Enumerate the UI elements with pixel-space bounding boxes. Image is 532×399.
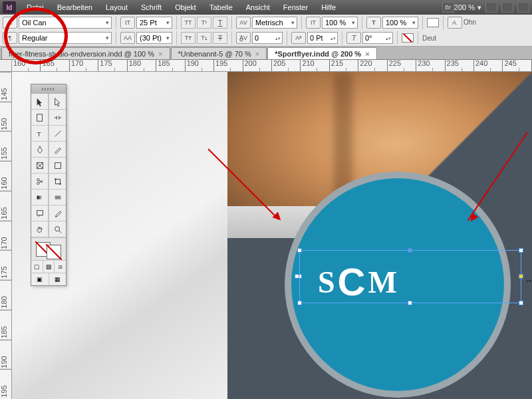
allcaps-icon[interactable]: TT (181, 17, 196, 29)
menu-layout[interactable]: Layout (99, 0, 134, 15)
handle-mid-right[interactable] (519, 274, 523, 279)
direct-selection-tool[interactable] (49, 94, 66, 110)
control-bar: A Oil Can tT 25 Pt TT T¹ T A͏V Metrisch … (0, 15, 532, 47)
skew-input[interactable]: 0° (362, 32, 393, 44)
char-style-icon: A. (448, 17, 462, 29)
text-in-port[interactable] (295, 274, 299, 279)
document-tab-bar: flyer-fitness-studio-endversion.indd @ 1… (0, 47, 532, 60)
svg-rect-6 (55, 162, 61, 168)
normal-view-button[interactable]: ▣ (31, 273, 49, 285)
font-style-dropdown[interactable]: Regular (19, 32, 112, 44)
menu-fenster[interactable]: Fenster (277, 0, 315, 15)
stroke-swatch[interactable] (402, 33, 414, 43)
handle-bot-mid[interactable] (408, 301, 412, 305)
note-tool[interactable] (31, 205, 49, 221)
selection-tool[interactable] (31, 94, 49, 110)
menu-objekt[interactable]: Objekt (168, 0, 203, 15)
handle-top-mid[interactable] (408, 248, 412, 253)
horizontal-ruler[interactable]: 160165 170175 180185 190195 200205 21021… (12, 60, 532, 72)
underline-icon[interactable]: T (213, 17, 227, 29)
svg-rect-14 (37, 210, 43, 215)
close-icon[interactable]: × (158, 50, 162, 58)
svg-rect-9 (55, 179, 60, 184)
handle-bot-left[interactable] (297, 301, 302, 305)
tab-flyer-fitness[interactable]: flyer-fitness-studio-endversion.indd @ 1… (1, 47, 170, 59)
font-family-dropdown[interactable]: Oil Can (19, 17, 112, 29)
subscript-icon[interactable]: T₁ (197, 32, 211, 44)
tools-panel[interactable]: T ▢ ▨ ⧄ (31, 84, 66, 286)
apply-none-button[interactable]: ⧄ (55, 261, 66, 273)
rectangle-frame-tool[interactable] (31, 158, 49, 174)
language-label: Deut (422, 35, 436, 42)
fill-stroke-proxy[interactable] (31, 237, 66, 260)
apply-color-button[interactable]: ▢ (31, 261, 43, 273)
arrange-icon[interactable] (517, 2, 529, 13)
screen-mode-icon[interactable] (501, 2, 513, 13)
gradient-swatch-tool[interactable] (31, 190, 49, 205)
resize-cursor-icon: ↔ (525, 277, 532, 285)
scissors-tool[interactable] (31, 174, 49, 190)
superscript-icon[interactable]: T¹ (197, 17, 211, 29)
handle-top-right[interactable] (519, 248, 523, 253)
kerning-icon: A͏V (236, 17, 251, 29)
zoom-dropdown[interactable]: 200 %▾ (454, 3, 481, 12)
baseline-shift-input[interactable]: 0 Pt (307, 32, 338, 44)
workspace: 160165 170175 180185 190195 200205 21021… (0, 60, 532, 399)
vertical-scale-dropdown[interactable]: 100 % (322, 17, 358, 29)
tracking-input[interactable]: 0 (252, 32, 283, 44)
svg-point-11 (59, 183, 61, 185)
preview-view-button[interactable]: ▦ (49, 273, 66, 285)
pencil-tool[interactable] (49, 142, 66, 158)
tab-sportflyer[interactable]: *Sportflyer.indd @ 200 %× (267, 47, 376, 59)
menu-hilfe[interactable]: Hilfe (315, 0, 342, 15)
eyedropper-tool[interactable] (49, 205, 66, 221)
type-tool[interactable]: T (31, 126, 49, 142)
menu-tabelle[interactable]: Tabelle (203, 0, 239, 15)
kerning-dropdown[interactable]: Metrisch (252, 17, 297, 29)
svg-point-8 (37, 182, 39, 184)
vertical-ruler[interactable]: 145150 155160 165170 175180 185190 195 (0, 72, 12, 399)
text-frame-selection[interactable]: ↔ (299, 250, 521, 303)
char-style-hint: Ohn (464, 19, 476, 26)
view-options-icon[interactable] (485, 2, 497, 13)
hand-tool[interactable] (31, 221, 49, 237)
menu-bearbeiten[interactable]: Bearbeiten (51, 0, 99, 15)
gradient-feather-tool[interactable] (49, 190, 66, 205)
free-transform-tool[interactable] (49, 174, 66, 190)
smallcaps-icon[interactable]: Tᴛ (181, 32, 196, 44)
stroke-proxy[interactable] (47, 245, 61, 259)
fill-swatch[interactable] (427, 18, 439, 27)
leading-dropdown[interactable]: (30 Pt) (136, 32, 172, 44)
line-tool[interactable] (49, 126, 66, 142)
font-size-icon: tT (120, 17, 135, 29)
menu-schrift[interactable]: Schrift (134, 0, 168, 15)
page-tool[interactable] (31, 110, 49, 126)
bridge-button[interactable]: Br (442, 2, 454, 13)
horizontal-scale-dropdown[interactable]: 100 % (382, 17, 418, 29)
zoom-tool[interactable] (49, 221, 66, 237)
svg-text:T: T (37, 130, 41, 137)
ruler-origin[interactable] (0, 60, 12, 72)
apply-gradient-button[interactable]: ▨ (43, 261, 55, 273)
svg-rect-12 (37, 196, 43, 199)
close-icon[interactable]: × (255, 50, 259, 58)
canvas[interactable]: SCM ↔ T (12, 72, 532, 399)
menu-datei[interactable]: Datei (20, 0, 51, 15)
panel-grip[interactable] (31, 84, 66, 94)
font-size-dropdown[interactable]: 25 Pt (136, 17, 172, 29)
character-mode-icon[interactable]: A (3, 17, 17, 29)
handle-top-left[interactable] (297, 248, 302, 253)
gap-tool[interactable] (49, 110, 66, 126)
menu-ansicht[interactable]: Ansicht (239, 0, 277, 15)
strikethrough-icon[interactable]: T (213, 32, 227, 44)
menu-bar: Id Datei Bearbeiten Layout Schrift Objek… (0, 0, 532, 15)
close-icon[interactable]: × (365, 50, 369, 58)
tab-unbenannt[interactable]: *Unbenannt-5 @ 70 %× (171, 47, 267, 59)
svg-line-2 (55, 130, 61, 136)
baseline-icon: Aª (291, 32, 306, 44)
handle-bot-right[interactable] (519, 301, 523, 305)
rectangle-tool[interactable] (49, 158, 66, 174)
pen-tool[interactable] (31, 142, 49, 158)
svg-point-7 (37, 178, 39, 181)
paragraph-mode-icon[interactable]: ¶ (3, 32, 17, 44)
